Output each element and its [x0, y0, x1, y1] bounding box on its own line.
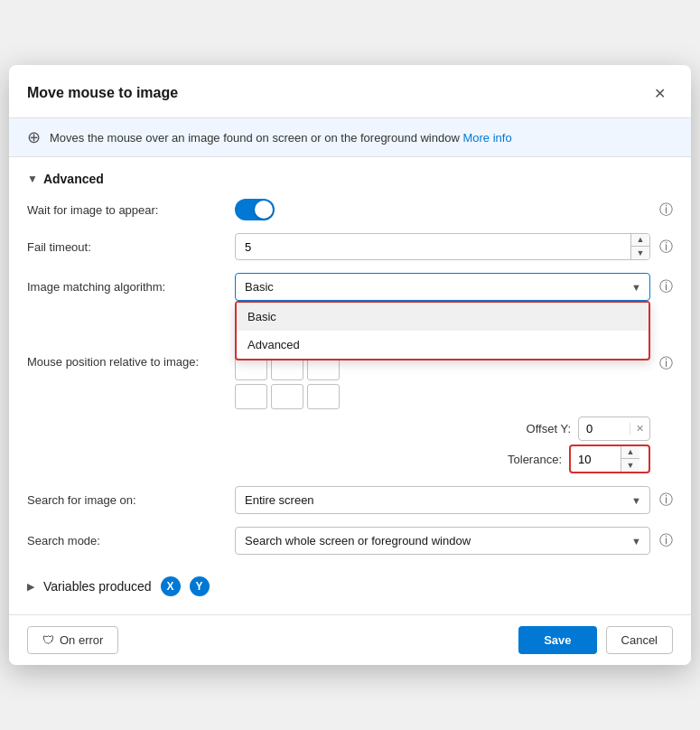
- tolerance-input[interactable]: [571, 448, 621, 471]
- offset-y-row: Offset Y: ✕: [235, 416, 650, 441]
- algorithm-option-advanced[interactable]: Advanced: [237, 331, 649, 359]
- tolerance-spinners: ▲ ▼: [621, 446, 639, 472]
- search-mode-control: Search whole screen or foreground window…: [235, 527, 650, 555]
- position-grid: [235, 355, 650, 409]
- wait-for-image-toggle[interactable]: [235, 199, 275, 220]
- more-info-link[interactable]: More info: [462, 131, 511, 145]
- mouse-icon: ⊕: [27, 127, 41, 147]
- offset-y-input-wrap: ✕: [578, 416, 650, 441]
- tolerance-input-wrap: ▲ ▼: [569, 445, 650, 473]
- search-mode-row: Search mode: Search whole screen or fore…: [27, 527, 673, 555]
- footer-right: Save Cancel: [518, 626, 673, 654]
- close-button[interactable]: ✕: [646, 80, 673, 107]
- fail-timeout-spinners: ▲ ▼: [630, 234, 649, 259]
- algorithm-option-basic[interactable]: Basic: [237, 303, 649, 331]
- position-row-2: [235, 384, 650, 409]
- dialog: Move mouse to image ✕ ⊕ Moves the mouse …: [9, 65, 691, 665]
- variables-chevron-icon[interactable]: ▶: [27, 581, 34, 593]
- mouse-position-row: Mouse position relative to image:: [27, 355, 673, 473]
- fail-timeout-control: ▲ ▼: [235, 233, 650, 260]
- wait-info-icon[interactable]: ⓘ: [659, 201, 673, 219]
- offset-y-clear-icon[interactable]: ✕: [630, 423, 649, 435]
- fail-timeout-info-icon[interactable]: ⓘ: [659, 239, 673, 256]
- fail-timeout-input-wrap: ▲ ▼: [235, 233, 650, 260]
- algorithm-control: Basic ▼ Basic Advanced: [235, 273, 650, 301]
- footer-left: 🛡 On error: [27, 626, 118, 654]
- tolerance-row: Tolerance: ▲ ▼: [235, 445, 650, 473]
- mouse-position-control: Offset Y: ✕ Tolerance: ▲ ▼: [235, 355, 650, 473]
- info-banner: ⊕ Moves the mouse over an image found on…: [9, 118, 691, 157]
- cancel-button[interactable]: Cancel: [606, 626, 673, 654]
- search-image-control: Entire screen ▼: [235, 486, 650, 514]
- fail-timeout-label: Fail timeout:: [27, 240, 235, 254]
- tolerance-up[interactable]: ▲: [621, 446, 639, 459]
- variables-produced-label: Variables produced: [43, 579, 152, 594]
- search-mode-select[interactable]: Search whole screen or foreground window: [235, 527, 650, 555]
- fail-timeout-up[interactable]: ▲: [631, 234, 649, 247]
- algorithm-row: Image matching algorithm: Basic ▼ Basic …: [27, 273, 673, 301]
- variable-badge-x[interactable]: X: [161, 576, 181, 596]
- save-button[interactable]: Save: [518, 626, 596, 654]
- shield-icon: 🛡: [42, 633, 54, 647]
- search-image-row: Search for image on: Entire screen ▼ ⓘ: [27, 486, 673, 514]
- search-image-select[interactable]: Entire screen: [235, 486, 650, 514]
- pos-cell-bc[interactable]: [271, 384, 303, 409]
- search-mode-select-wrap: Search whole screen or foreground window…: [235, 527, 650, 555]
- algorithm-select-wrap: Basic ▼: [235, 273, 650, 301]
- dialog-body: ▼ Advanced Wait for image to appear: ⓘ F…: [9, 157, 691, 614]
- search-image-select-wrap: Entire screen ▼: [235, 486, 650, 514]
- on-error-button[interactable]: 🛡 On error: [27, 626, 118, 654]
- advanced-chevron-icon: ▼: [27, 173, 38, 185]
- algorithm-info-icon[interactable]: ⓘ: [659, 278, 673, 295]
- wait-for-image-row: Wait for image to appear: ⓘ: [27, 199, 673, 220]
- dialog-header: Move mouse to image ✕: [9, 65, 691, 118]
- toggle-knob: [255, 201, 273, 219]
- algorithm-label: Image matching algorithm:: [27, 280, 235, 294]
- search-mode-info-icon[interactable]: ⓘ: [659, 532, 673, 549]
- advanced-section-header[interactable]: ▼ Advanced: [27, 172, 673, 186]
- pos-cell-br[interactable]: [307, 384, 340, 409]
- dialog-title: Move mouse to image: [27, 85, 178, 101]
- dialog-footer: 🛡 On error Save Cancel: [9, 614, 691, 665]
- search-image-info-icon[interactable]: ⓘ: [659, 491, 673, 509]
- advanced-section-title: Advanced: [43, 172, 104, 186]
- wait-for-image-control: [235, 199, 650, 220]
- offset-y-label: Offset Y:: [527, 422, 571, 435]
- mouse-position-info-icon[interactable]: ⓘ: [659, 355, 673, 372]
- wait-for-image-label: Wait for image to appear:: [27, 203, 235, 217]
- variable-badge-y[interactable]: Y: [190, 576, 210, 596]
- fail-timeout-down[interactable]: ▼: [631, 247, 649, 259]
- search-image-label: Search for image on:: [27, 493, 235, 507]
- algorithm-select[interactable]: Basic: [235, 273, 650, 301]
- fail-timeout-row: Fail timeout: ▲ ▼ ⓘ: [27, 233, 673, 260]
- fail-timeout-input[interactable]: [236, 235, 630, 259]
- algorithm-dropdown-list: Basic Advanced: [235, 301, 650, 360]
- offset-y-input[interactable]: [579, 417, 630, 440]
- tolerance-down[interactable]: ▼: [621, 459, 639, 472]
- tolerance-label: Tolerance:: [508, 453, 562, 466]
- mouse-position-label: Mouse position relative to image:: [27, 355, 235, 369]
- search-mode-label: Search mode:: [27, 534, 235, 548]
- variables-produced-row: ▶ Variables produced X Y: [27, 567, 673, 600]
- banner-text: Moves the mouse over an image found on s…: [50, 131, 512, 145]
- pos-cell-bl[interactable]: [235, 384, 267, 409]
